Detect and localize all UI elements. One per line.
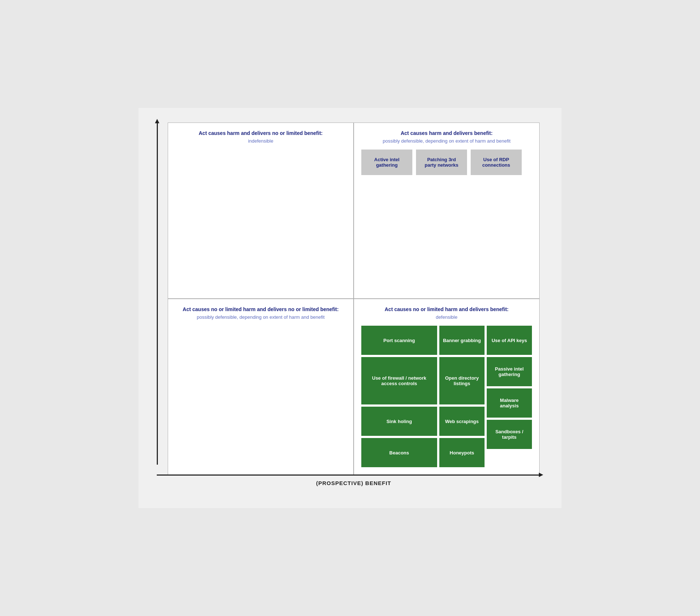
green-box-open-directory: Open directory listings: [439, 357, 485, 404]
bottom-right-title: Act causes no or limited harm and delive…: [361, 306, 532, 312]
chart-container: (PROSPECTIVE) HARM Act causes harm and d…: [139, 108, 561, 508]
green-box-sink-holing: Sink holing: [361, 407, 437, 436]
green-box-beacons: Beacons: [361, 438, 437, 467]
quadrant-top-right: Act causes harm and delivers benefit: po…: [354, 123, 540, 299]
top-left-title: Act causes harm and delivers no or limit…: [175, 130, 346, 136]
gray-box-1: Patching 3rd party networks: [416, 150, 467, 175]
top-right-subtitle: possibly defensible, depending on extent…: [361, 138, 532, 144]
green-col-3: Use of API keys Passive intel gathering …: [487, 326, 532, 467]
green-box-sandboxes: Sandboxes / tarpits: [487, 420, 532, 449]
green-box-web-scrapings: Web scrapings: [439, 407, 485, 436]
axes-wrapper: Act causes harm and delivers no or limit…: [168, 123, 540, 475]
gray-boxes: Active intel gathering Patching 3rd part…: [361, 150, 532, 175]
green-box-banner-grabbing: Banner grabbing: [439, 326, 485, 355]
top-right-title: Act causes harm and delivers benefit:: [361, 130, 532, 136]
green-box-api-keys: Use of API keys: [487, 326, 532, 355]
quadrant-top-left: Act causes harm and delivers no or limit…: [168, 123, 354, 299]
green-box-passive-intel: Passive intel gathering: [487, 357, 532, 386]
green-box-honeypots: Honeypots: [439, 438, 485, 467]
quadrant-grid: Act causes harm and delivers no or limit…: [168, 123, 540, 475]
bottom-left-title: Act causes no or limited harm and delive…: [175, 306, 346, 312]
gray-box-0: Active intel gathering: [361, 150, 412, 175]
gray-box-2: Use of RDP connections: [471, 150, 522, 175]
green-box-firewall: Use of firewall / network access control…: [361, 357, 437, 404]
top-left-subtitle: indefensible: [175, 138, 346, 144]
green-box-malware-analysis: Malware analysis: [487, 388, 532, 418]
bottom-left-subtitle: possibly defensible, depending on extent…: [175, 314, 346, 320]
green-box-port-scanning: Port scanning: [361, 326, 437, 355]
green-col-2: Banner grabbing Open directory listings …: [439, 326, 485, 467]
x-axis-line: [157, 474, 540, 476]
green-col-1: Port scanning Use of firewall / network …: [361, 326, 437, 467]
quadrant-bottom-right: Act causes no or limited harm and delive…: [354, 299, 540, 475]
bottom-right-subtitle: defensible: [361, 314, 532, 320]
quadrant-bottom-left: Act causes no or limited harm and delive…: [168, 299, 354, 475]
green-grid: Port scanning Use of firewall / network …: [361, 326, 532, 467]
y-axis-line: [157, 123, 158, 465]
x-axis-label: (PROSPECTIVE) BENEFIT: [168, 480, 540, 486]
